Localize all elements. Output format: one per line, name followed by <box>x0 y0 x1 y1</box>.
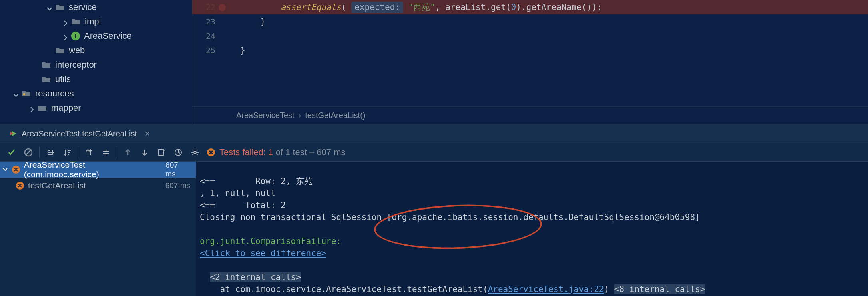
run-tab[interactable]: AreaServiceTest.testGetAreaList × <box>10 129 150 138</box>
line-number: 24 <box>192 29 220 43</box>
console-line: at com.imooc.service.AreaServiceTest.tes… <box>200 284 488 294</box>
test-duration: 607 ms <box>165 181 196 190</box>
svg-point-7 <box>194 151 196 154</box>
spacer <box>33 62 39 68</box>
chevron-down-icon <box>2 165 8 174</box>
spacer <box>46 47 53 54</box>
test-console[interactable]: <== Row: 2, 东苑 , 1, null, null <== Total… <box>196 162 868 296</box>
test-class-label: AreaServiceTest (com.imooc.service) <box>24 160 161 179</box>
show-passed-toggle[interactable] <box>3 144 20 161</box>
chevron-right-icon <box>62 18 69 25</box>
internal-calls-fold[interactable]: <2 internal calls> <box>210 272 301 282</box>
console-line: <== Total: 2 <box>200 200 286 210</box>
folder-icon <box>42 61 51 69</box>
test-results-tree[interactable]: ✕ AreaServiceTest (com.imooc.service) 60… <box>0 162 196 296</box>
settings-button[interactable] <box>187 144 203 161</box>
tree-item-mapper[interactable]: mapper <box>0 101 192 115</box>
code-line[interactable] <box>240 29 868 43</box>
fail-status-icon: ✕ <box>12 166 20 174</box>
test-duration: 607 ms <box>165 161 196 178</box>
code-line[interactable]: assertEquals( expected: "西苑", areaList.g… <box>192 0 868 14</box>
folder-icon <box>55 3 65 11</box>
collapse-all-button[interactable] <box>98 144 114 161</box>
console-line: <== Row: 2, 东苑 <box>200 176 313 186</box>
folder-icon <box>38 104 47 112</box>
project-tree[interactable]: service impl I AreaService web intercept… <box>0 0 192 115</box>
next-fail-button[interactable] <box>136 144 153 161</box>
show-ignored-toggle[interactable] <box>20 144 37 161</box>
code-line[interactable]: } <box>240 43 868 58</box>
chevron-right-icon: › <box>299 111 301 120</box>
sort-duration-button[interactable] <box>59 144 76 161</box>
expand-all-button[interactable] <box>81 144 98 161</box>
tree-item-areaservice[interactable]: I AreaService <box>0 29 192 43</box>
spacer <box>33 76 39 82</box>
fail-status-icon: ✕ <box>16 182 24 190</box>
tree-label: resources <box>35 88 74 99</box>
status-fail-text: Tests failed: 1 <box>219 147 273 157</box>
folder-icon <box>42 75 51 83</box>
project-sidebar: service impl I AreaService web intercept… <box>0 0 192 124</box>
tree-item-impl[interactable]: impl <box>0 14 192 29</box>
console-line: , 1, null, null <box>200 188 276 198</box>
chevron-down-icon <box>46 4 53 10</box>
tree-item-service[interactable]: service <box>0 0 192 14</box>
folder-icon <box>55 46 65 54</box>
resources-folder-icon <box>22 90 31 98</box>
export-button[interactable] <box>153 144 170 161</box>
tree-item-utils[interactable]: utils <box>0 72 192 86</box>
status-rest-text: of 1 test – 607 ms <box>273 147 346 157</box>
test-status: Tests failed: 1 of 1 test – 607 ms <box>207 147 346 158</box>
number-token: 0 <box>511 2 516 12</box>
tree-label: interceptor <box>55 60 97 70</box>
tree-label: mapper <box>51 103 81 113</box>
chevron-right-icon <box>62 33 69 39</box>
close-icon[interactable]: × <box>145 129 150 138</box>
interface-icon: I <box>71 32 80 40</box>
breadcrumb-item[interactable]: AreaServiceTest <box>236 111 295 120</box>
tree-label: web <box>69 45 85 56</box>
folder-icon <box>71 18 81 26</box>
console-error-line: org.junit.ComparisonFailure: <box>200 236 346 246</box>
tree-item-resources[interactable]: resources <box>0 86 192 101</box>
test-toolbar: Tests failed: 1 of 1 test – 607 ms <box>0 143 868 162</box>
tree-label: impl <box>85 16 101 27</box>
prev-fail-button[interactable] <box>119 144 136 161</box>
tree-label: utils <box>55 74 71 84</box>
svg-line-4 <box>26 150 31 155</box>
test-method-row[interactable]: ✕ testGetAreaList 607 ms <box>0 178 196 194</box>
editor-breadcrumbs[interactable]: AreaServiceTest › testGetAreaList() <box>192 106 868 124</box>
breadcrumb-item[interactable]: testGetAreaList() <box>305 111 365 120</box>
param-hint: expected: <box>351 2 403 13</box>
console-line: Closing non transactional SqlSession [or… <box>200 212 700 222</box>
run-tab-bar: AreaServiceTest.testGetAreaList × <box>0 124 868 143</box>
chevron-down-icon <box>13 90 19 97</box>
string-token: "西苑" <box>408 2 435 12</box>
hand-drawn-annotation-icon <box>373 202 543 252</box>
code-line[interactable]: } <box>240 14 868 29</box>
test-class-row[interactable]: ✕ AreaServiceTest (com.imooc.service) 60… <box>0 162 196 178</box>
svg-rect-0 <box>23 93 25 95</box>
chevron-right-icon <box>29 105 35 111</box>
internal-calls-fold[interactable]: <8 internal calls> <box>614 284 705 294</box>
var-token: areaList <box>445 2 486 12</box>
line-number: 23 <box>192 14 220 29</box>
tree-item-interceptor[interactable]: interceptor <box>0 58 192 72</box>
line-number: 25 <box>192 43 220 58</box>
test-run-icon <box>10 130 18 138</box>
error-icon <box>207 148 215 157</box>
source-link[interactable]: AreaServiceTest.java:22 <box>488 284 604 294</box>
tree-label: service <box>69 2 97 12</box>
sort-button[interactable] <box>42 144 59 161</box>
history-button[interactable] <box>170 144 187 161</box>
tree-label: AreaService <box>84 31 132 41</box>
test-method-label: testGetAreaList <box>28 181 86 190</box>
code-editor[interactable]: 22 23 24 25 assertEquals( expected: "西苑"… <box>192 0 868 124</box>
tree-item-web[interactable]: web <box>0 43 192 58</box>
function-token: assertEquals <box>281 2 341 12</box>
click-to-see-difference-link[interactable]: <Click to see difference> <box>200 248 326 258</box>
code-area[interactable]: assertEquals( expected: "西苑", areaList.g… <box>240 0 868 58</box>
run-tab-label: AreaServiceTest.testGetAreaList <box>22 129 137 138</box>
